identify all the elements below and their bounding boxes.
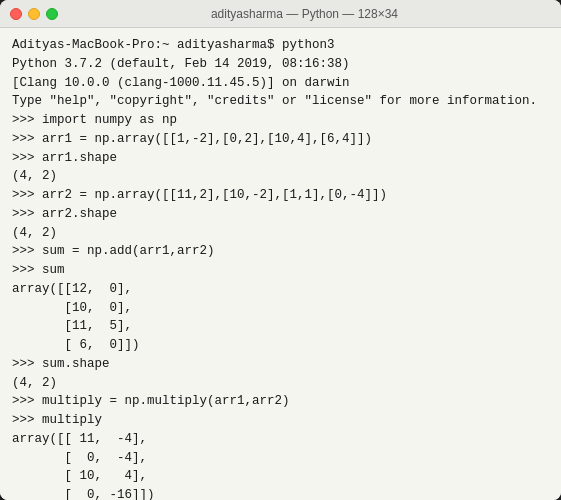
terminal-body[interactable]: Adityas-MacBook-Pro:~ adityasharma$ pyth…: [0, 28, 561, 500]
close-button[interactable]: [10, 8, 22, 20]
terminal-line: Type "help", "copyright", "credits" or "…: [12, 92, 549, 111]
terminal-line: >>> sum: [12, 261, 549, 280]
terminal-line: [11, 5],: [12, 317, 549, 336]
minimize-button[interactable]: [28, 8, 40, 20]
terminal-line: >>> arr2.shape: [12, 205, 549, 224]
terminal-line: >>> sum = np.add(arr1,arr2): [12, 242, 549, 261]
terminal-line: array([[ 11, -4],: [12, 430, 549, 449]
terminal-line: [Clang 10.0.0 (clang-1000.11.45.5)] on d…: [12, 74, 549, 93]
terminal-line: >>> arr1.shape: [12, 149, 549, 168]
terminal-line: array([[12, 0],: [12, 280, 549, 299]
terminal-line: >>> arr1 = np.array([[1,-2],[0,2],[10,4]…: [12, 130, 549, 149]
terminal-line: [ 6, 0]]): [12, 336, 549, 355]
window-title: adityasharma — Python — 128×34: [58, 7, 551, 21]
terminal-line: >>> multiply: [12, 411, 549, 430]
terminal-line: [10, 0],: [12, 299, 549, 318]
terminal-line: Adityas-MacBook-Pro:~ adityasharma$ pyth…: [12, 36, 549, 55]
terminal-line: (4, 2): [12, 224, 549, 243]
terminal-line: (4, 2): [12, 167, 549, 186]
maximize-button[interactable]: [46, 8, 58, 20]
terminal-line: [ 0, -4],: [12, 449, 549, 468]
terminal-window: adityasharma — Python — 128×34 Adityas-M…: [0, 0, 561, 500]
terminal-line: (4, 2): [12, 374, 549, 393]
terminal-line: [ 10, 4],: [12, 467, 549, 486]
terminal-line: Python 3.7.2 (default, Feb 14 2019, 08:1…: [12, 55, 549, 74]
terminal-line: >>> sum.shape: [12, 355, 549, 374]
traffic-lights: [10, 8, 58, 20]
terminal-line: >>> multiply = np.multiply(arr1,arr2): [12, 392, 549, 411]
terminal-line: >>> import numpy as np: [12, 111, 549, 130]
terminal-line: >>> arr2 = np.array([[11,2],[10,-2],[1,1…: [12, 186, 549, 205]
terminal-line: [ 0, -16]]): [12, 486, 549, 500]
title-bar: adityasharma — Python — 128×34: [0, 0, 561, 28]
